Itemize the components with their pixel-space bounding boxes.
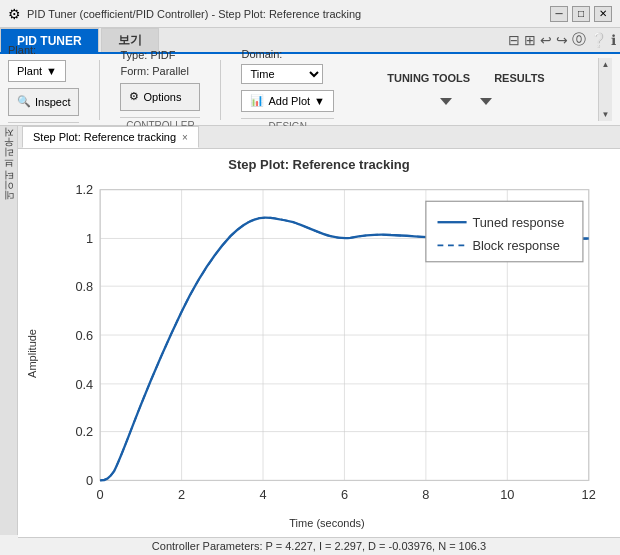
svg-text:8: 8 [422,487,429,502]
arrow-down-2[interactable] [478,96,494,107]
plot-tab-reference[interactable]: Step Plot: Reference tracking × [22,126,199,148]
y-axis-label: Amplitude [26,329,38,378]
plot-area: Step Plot: Reference tracking Amplitude [18,149,620,537]
svg-text:1: 1 [86,231,93,246]
scroll-down-arrow[interactable]: ▼ [602,110,610,119]
svg-text:2: 2 [178,487,185,502]
plant-group: Plant: Plant ▼ 🔍 Inspect PLANT [8,44,79,136]
inspect-button[interactable]: 🔍 Inspect [8,88,79,116]
inspect-icon: 🔍 [17,95,31,108]
options-icon: ⚙ [129,90,139,103]
legend-tuned-label: Tuned response [472,215,564,230]
sidebar: 데이터 브리우저 [0,126,18,535]
controller-group: Type: PIDF Form: Parallel ⚙ Options CONT… [120,49,200,131]
toolbar-icon-3: ↩ [540,32,552,48]
plant-dropdown[interactable]: Plant ▼ [8,60,66,82]
toolbar-icon-4: ↪ [556,32,568,48]
maximize-button[interactable]: □ [572,6,590,22]
svg-text:0.4: 0.4 [75,377,93,392]
chart-svg-area: 0 0.2 0.4 0.6 0.8 1 1.2 0 2 4 6 [42,178,612,515]
domain-select[interactable]: Time Frequency [241,64,323,84]
svg-text:0: 0 [86,473,93,488]
toolbar-icon-5: ⓪ [572,31,586,49]
tuning-tools-results: TUNING TOOLS RESULTS [387,72,544,107]
divider-2 [220,60,221,120]
scroll-up-arrow[interactable]: ▲ [602,60,610,69]
chart-svg: 0 0.2 0.4 0.6 0.8 1 1.2 0 2 4 6 [42,178,612,515]
form-label: Form: Parallel [120,65,188,77]
content-area: Step Plot: Reference tracking × Step Plo… [18,126,620,535]
status-bar: Controller Parameters: P = 4.227, I = 2.… [18,537,620,554]
divider-1 [99,60,100,120]
ribbon-toolbar: Plant: Plant ▼ 🔍 Inspect PLANT Type: PID… [0,54,620,126]
plot-title: Step Plot: Reference tracking [228,157,409,172]
plot-tab-bar: Step Plot: Reference tracking × [18,126,620,149]
window-controls: ─ □ ✕ [550,6,612,22]
svg-text:4: 4 [259,487,266,502]
toolbar-icon-6: ❔ [590,32,607,48]
svg-text:10: 10 [500,487,514,502]
svg-text:0: 0 [97,487,104,502]
ribbon-scrollbar[interactable]: ▲ ▼ [598,58,612,121]
minimize-button[interactable]: ─ [550,6,568,22]
type-label: Type: PIDF [120,49,175,61]
tuning-tools-label[interactable]: TUNING TOOLS [387,72,470,84]
design-group: Domain: Time Frequency 📊 Add Plot ▼ DESI… [241,48,333,132]
arrow-down-1[interactable] [438,96,454,107]
status-text: Controller Parameters: P = 4.227, I = 2.… [152,540,486,552]
add-plot-button[interactable]: 📊 Add Plot ▼ [241,90,333,112]
toolbar-icon-7: ℹ [611,32,616,48]
x-axis-label: Time (seconds) [42,517,612,529]
titlebar: ⚙ PID Tuner (coefficient/PID Controller)… [0,0,620,28]
chart-container: Amplitude [26,178,612,529]
toolbar-icon-1: ⊟ [508,32,520,48]
sidebar-tab-browser[interactable]: 데이터 브리우저 [0,130,18,211]
app-icon: ⚙ [8,6,21,22]
add-plot-icon: 📊 [250,94,264,107]
plant-dropdown-arrow: ▼ [46,65,57,77]
svg-text:0.6: 0.6 [75,328,93,343]
legend-block-label: Block response [472,238,559,253]
close-button[interactable]: ✕ [594,6,612,22]
svg-text:6: 6 [341,487,348,502]
title-text: PID Tuner (coefficient/PID Controller) -… [27,8,550,20]
domain-label: Domain: [241,48,282,60]
chart-wrapper: 0 0.2 0.4 0.6 0.8 1 1.2 0 2 4 6 [42,178,612,529]
main-area: 데이터 브리우저 Step Plot: Reference tracking ×… [0,126,620,535]
plant-label: Plant: [8,44,36,56]
tab-close-button[interactable]: × [182,132,188,143]
add-plot-arrow: ▼ [314,95,325,107]
toolbar-icon-2: ⊞ [524,32,536,48]
svg-text:0.2: 0.2 [75,424,93,439]
svg-text:1.2: 1.2 [75,182,93,197]
svg-text:12: 12 [582,487,596,502]
svg-text:0.8: 0.8 [75,279,93,294]
options-button[interactable]: ⚙ Options [120,83,200,111]
results-label[interactable]: RESULTS [494,72,545,84]
